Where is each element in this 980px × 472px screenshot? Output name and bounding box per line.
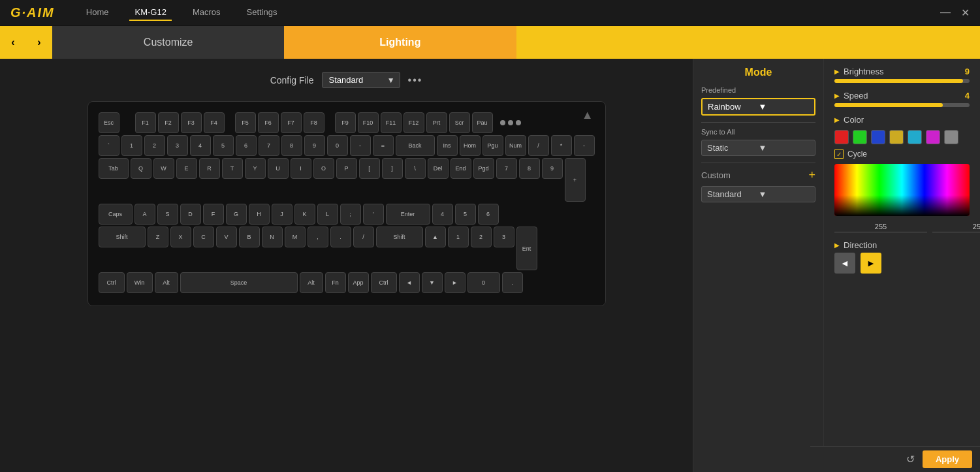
speed-slider[interactable]	[834, 103, 970, 107]
key-z[interactable]: Z	[148, 227, 168, 247]
key-v[interactable]: V	[216, 227, 237, 247]
key-caps[interactable]: Caps	[99, 204, 133, 225]
rgb-r-input[interactable]	[834, 221, 927, 232]
key-num4[interactable]: 4	[432, 204, 453, 225]
tab-lighting[interactable]: Lighting	[284, 26, 516, 59]
key-7[interactable]: 7	[259, 135, 279, 156]
tab-km-g12[interactable]: KM-G12	[129, 5, 171, 21]
prev-tab-button[interactable]: ‹	[0, 26, 26, 59]
key-pgu[interactable]: Pgu	[482, 135, 503, 156]
swatch-red[interactable]	[834, 130, 849, 144]
key-down[interactable]: ▼	[422, 272, 443, 293]
swatch-green[interactable]	[853, 130, 867, 144]
key-d[interactable]: D	[180, 204, 201, 225]
key-semicolon[interactable]: ;	[340, 204, 361, 225]
key-comma[interactable]: ,	[308, 227, 328, 247]
key-app[interactable]: App	[348, 272, 369, 293]
tab-macros[interactable]: Macros	[187, 5, 226, 21]
key-ralt[interactable]: Alt	[300, 272, 323, 293]
key-f12[interactable]: F12	[403, 112, 424, 133]
key-j[interactable]: J	[272, 204, 292, 225]
close-button[interactable]: ✕	[961, 7, 970, 19]
key-f3[interactable]: F3	[181, 112, 202, 133]
key-numstar[interactable]: *	[551, 135, 572, 156]
next-tab-button[interactable]: ›	[26, 26, 52, 59]
key-num7[interactable]: 7	[496, 158, 517, 179]
refresh-button[interactable]: ↺	[906, 453, 915, 465]
swatch-magenta[interactable]	[926, 130, 940, 144]
key-f6[interactable]: F6	[258, 112, 279, 133]
custom-add-button[interactable]: +	[808, 168, 815, 182]
key-q[interactable]: Q	[131, 158, 151, 179]
key-num1[interactable]: 1	[448, 227, 469, 247]
key-num5[interactable]: 5	[455, 204, 476, 225]
key-numplus[interactable]: +	[565, 158, 586, 202]
key-g[interactable]: G	[226, 204, 247, 225]
key-u[interactable]: U	[268, 158, 289, 179]
key-x[interactable]: X	[170, 227, 191, 247]
key-lshift[interactable]: Shift	[99, 227, 146, 247]
key-prt[interactable]: Prt	[426, 112, 447, 133]
key-5[interactable]: 5	[213, 135, 234, 156]
key-hom[interactable]: Hom	[460, 135, 481, 156]
key-0[interactable]: 0	[327, 135, 348, 156]
key-numslash[interactable]: /	[528, 135, 549, 156]
tab-settings[interactable]: Settings	[242, 5, 283, 21]
direction-right-button[interactable]: ►	[861, 253, 881, 274]
rgb-g-input[interactable]	[932, 221, 980, 232]
key-rctrl[interactable]: Ctrl	[371, 272, 397, 293]
cycle-checkbox[interactable]: ✓	[834, 149, 844, 159]
config-more-button[interactable]: •••	[408, 74, 423, 86]
key-f4[interactable]: F4	[204, 112, 225, 133]
sync-dropdown[interactable]: Static ▼	[701, 140, 815, 156]
key-up[interactable]: ▲	[425, 227, 446, 247]
key-9[interactable]: 9	[304, 135, 325, 156]
key-f7[interactable]: F7	[281, 112, 302, 133]
key-f1[interactable]: F1	[135, 112, 156, 133]
key-num2[interactable]: 2	[471, 227, 492, 247]
key-f2[interactable]: F2	[158, 112, 179, 133]
key-left[interactable]: ◄	[399, 272, 420, 293]
brightness-slider[interactable]	[834, 79, 970, 83]
swatch-blue[interactable]	[871, 130, 885, 144]
direction-left-button[interactable]: ◄	[834, 253, 855, 274]
key-lctrl[interactable]: Ctrl	[99, 272, 125, 293]
key-c[interactable]: C	[193, 227, 214, 247]
key-f9[interactable]: F9	[335, 112, 356, 133]
key-b[interactable]: B	[239, 227, 260, 247]
key-k[interactable]: K	[294, 204, 315, 225]
key-equals[interactable]: =	[373, 135, 394, 156]
predefined-dropdown[interactable]: Rainbow ▼	[701, 98, 815, 116]
key-minus[interactable]: -	[350, 135, 371, 156]
key-e[interactable]: E	[176, 158, 197, 179]
key-pau[interactable]: Pau	[472, 112, 493, 133]
key-fn[interactable]: Fn	[325, 272, 346, 293]
key-num3[interactable]: 3	[494, 227, 514, 247]
key-num9[interactable]: 9	[542, 158, 563, 179]
key-t[interactable]: T	[222, 158, 243, 179]
key-num[interactable]: Num	[505, 135, 526, 156]
key-del[interactable]: Del	[428, 158, 449, 179]
key-rshift[interactable]: Shift	[376, 227, 423, 247]
key-w[interactable]: W	[153, 158, 174, 179]
key-p[interactable]: P	[336, 158, 357, 179]
swatch-gray[interactable]	[944, 130, 958, 144]
tab-home[interactable]: Home	[81, 5, 114, 21]
key-backslash[interactable]: \	[405, 158, 426, 179]
tab-customize[interactable]: Customize	[52, 26, 284, 59]
swatch-yellow[interactable]	[889, 130, 904, 144]
key-lbracket[interactable]: [	[359, 158, 380, 179]
key-tab[interactable]: Tab	[99, 158, 129, 179]
key-2[interactable]: 2	[144, 135, 165, 156]
key-num0[interactable]: 0	[467, 272, 500, 293]
key-end[interactable]: End	[450, 158, 471, 179]
apply-button[interactable]: Apply	[923, 450, 972, 468]
key-m[interactable]: M	[285, 227, 306, 247]
key-space[interactable]: Space	[180, 272, 298, 293]
key-8[interactable]: 8	[281, 135, 302, 156]
key-period[interactable]: .	[330, 227, 351, 247]
key-right[interactable]: ►	[445, 272, 466, 293]
key-slash[interactable]: /	[353, 227, 374, 247]
key-f5[interactable]: F5	[235, 112, 256, 133]
key-s[interactable]: S	[157, 204, 178, 225]
